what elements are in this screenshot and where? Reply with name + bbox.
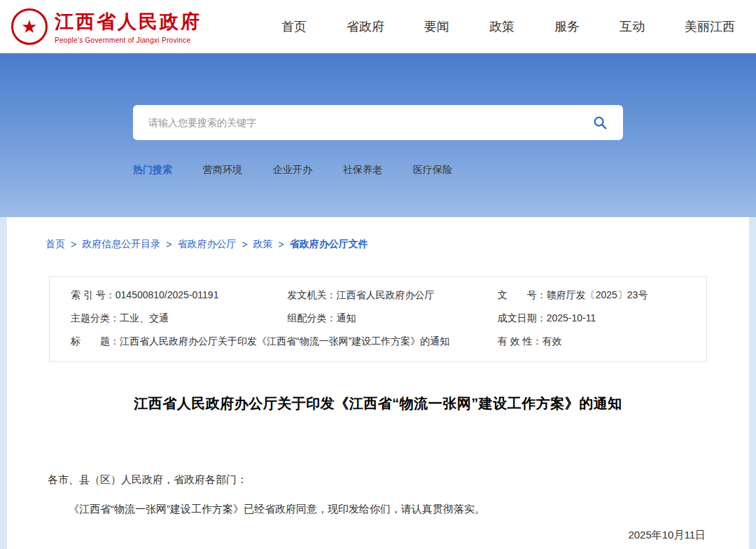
breadcrumb-home[interactable]: 首页: [46, 238, 65, 251]
breadcrumb-general-office[interactable]: 省政府办公厅: [177, 238, 236, 251]
breadcrumb: 首页 > 政府信息公开目录 > 省政府办公厅 > 政策 > 省政府办公厅文件: [7, 238, 749, 251]
nav-item-services[interactable]: 服务: [554, 18, 580, 35]
meta-label: 文 号：: [498, 287, 547, 303]
banner: 热门搜索 营商环境 企业开办 社保养老 医疗保险: [0, 53, 756, 217]
meta-value: 有效: [542, 333, 561, 349]
meta-label: 发文机关：: [288, 287, 337, 303]
meta-validity: 有 效 性： 有效: [477, 330, 706, 353]
nav-item-policy[interactable]: 政策: [489, 18, 514, 35]
breadcrumb-separator: >: [71, 239, 76, 250]
meta-value: 江西省人民政府办公厅关于印发《江西省“物流一张网”建设工作方案》的通知: [120, 333, 449, 349]
meta-row-2: 主题分类： 工业、交通 组配分类： 通知 成文日期： 2025-10-11: [50, 307, 706, 330]
meta-title: 标 题： 江西省人民政府办公厅关于印发《江西省“物流一张网”建设工作方案》的通知: [50, 330, 477, 353]
meta-value: 通知: [337, 310, 356, 326]
document-title: 江西省人民政府办公厅关于印发《江西省“物流一张网”建设工作方案》的通知: [49, 394, 707, 413]
hot-search-item-medical-insurance[interactable]: 医疗保险: [413, 164, 452, 176]
nav-item-home[interactable]: 首页: [281, 18, 307, 35]
meta-group-category: 组配分类： 通知: [267, 307, 477, 330]
breadcrumb-office-documents[interactable]: 省政府办公厅文件: [290, 238, 368, 251]
document-meta-table: 索 引 号： 014500810/2025-01191 发文机关： 江西省人民政…: [49, 276, 707, 362]
meta-subject-category: 主题分类： 工业、交通: [50, 307, 267, 330]
meta-value: 工业、交通: [120, 310, 169, 326]
search-icon[interactable]: [591, 113, 609, 132]
breadcrumb-separator: >: [166, 239, 172, 250]
hot-search-item-business-env[interactable]: 营商环境: [203, 164, 242, 176]
meta-value: 江西省人民政府办公厅: [337, 287, 435, 303]
national-emblem-icon: ★: [11, 8, 48, 45]
main-nav: 首页 省政府 要闻 政策 服务 互动 美丽江西: [281, 18, 745, 35]
meta-index-number: 索 引 号： 014500810/2025-01191: [50, 284, 267, 307]
search-input[interactable]: [147, 116, 591, 129]
nav-item-news[interactable]: 要闻: [424, 18, 449, 35]
breadcrumb-separator: >: [279, 239, 284, 250]
breadcrumb-info-directory[interactable]: 政府信息公开目录: [82, 238, 160, 251]
breadcrumb-policy[interactable]: 政策: [253, 238, 273, 251]
document-date: 2025年10月11日: [50, 529, 706, 542]
site-header: ★ 江西省人民政府 People's Government of Jiangxi…: [0, 0, 756, 53]
main-content: 首页 > 政府信息公开目录 > 省政府办公厅 > 政策 > 省政府办公厅文件 索…: [7, 217, 749, 549]
nav-item-interaction[interactable]: 互动: [620, 18, 645, 35]
meta-value: 赣府厅发〔2025〕23号: [547, 287, 648, 303]
meta-issue-date: 成文日期： 2025-10-11: [477, 307, 706, 330]
site-subtitle: People's Government of Jiangxi Province: [55, 36, 202, 44]
meta-document-number: 文 号： 赣府厅发〔2025〕23号: [477, 284, 706, 307]
meta-row-1: 索 引 号： 014500810/2025-01191 发文机关： 江西省人民政…: [50, 284, 706, 307]
meta-label: 成文日期：: [498, 310, 547, 326]
meta-issuing-agency: 发文机关： 江西省人民政府办公厅: [267, 284, 477, 307]
meta-value: 2025-10-11: [547, 310, 596, 326]
meta-label: 索 引 号：: [71, 287, 115, 303]
meta-label: 组配分类：: [288, 310, 337, 326]
document-salutation: 各市、县（区）人民政府，省政府各部门：: [48, 473, 708, 487]
nav-item-provincial-gov[interactable]: 省政府: [346, 18, 384, 35]
meta-label: 标 题：: [71, 333, 120, 349]
meta-row-3: 标 题： 江西省人民政府办公厅关于印发《江西省“物流一张网”建设工作方案》的通知…: [50, 330, 706, 353]
hot-search-item-enterprise[interactable]: 企业开办: [273, 164, 312, 176]
site-name: 江西省人民政府: [55, 9, 202, 34]
meta-label: 有 效 性：: [498, 333, 542, 349]
hot-search-row: 热门搜索 营商环境 企业开办 社保养老 医疗保险: [133, 164, 623, 176]
search-box: [133, 105, 623, 140]
breadcrumb-separator: >: [241, 239, 247, 250]
document-body-paragraph: 《江西省“物流一张网”建设工作方案》已经省政府同意，现印发给你们，请认真贯彻落实…: [48, 501, 708, 517]
nav-item-beautiful-jiangxi[interactable]: 美丽江西: [685, 18, 735, 35]
meta-value: 014500810/2025-01191: [115, 287, 219, 303]
meta-label: 主题分类：: [71, 310, 120, 326]
hot-search-label: 热门搜索: [133, 164, 172, 176]
hot-search-item-social-security[interactable]: 社保养老: [343, 164, 382, 176]
site-logo[interactable]: ★ 江西省人民政府 People's Government of Jiangxi…: [11, 8, 202, 45]
